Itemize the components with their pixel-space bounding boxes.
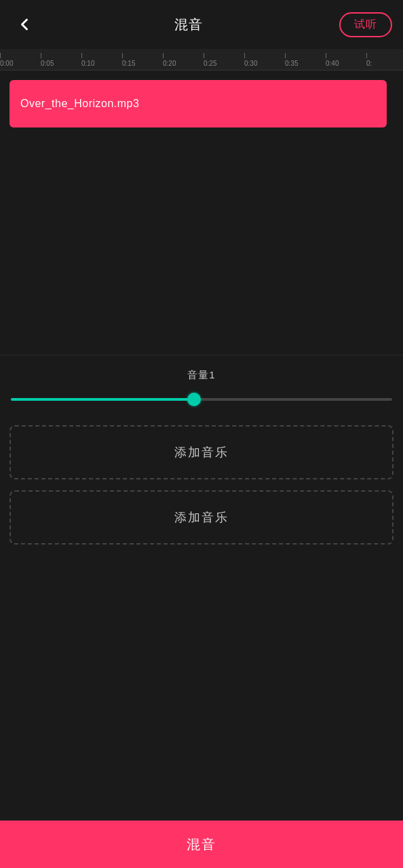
slider-thumb[interactable] xyxy=(187,393,201,406)
app-header: 混音 试听 xyxy=(0,0,403,49)
ruler-mark-4: 0:20 xyxy=(163,53,204,67)
ruler-mark-0: 0:00 xyxy=(0,53,41,67)
track-clip-1[interactable]: Over_the_Horizon.mp3 xyxy=(9,80,387,127)
volume-label: 音量1 xyxy=(11,369,392,382)
ruler-inner: 0:00 0:05 0:10 0:15 0:20 0:25 0:30 0:35 … xyxy=(0,49,403,70)
timeline-ruler: 0:00 0:05 0:10 0:15 0:20 0:25 0:30 0:35 … xyxy=(0,49,403,71)
track-area: Over_the_Horizon.mp3 xyxy=(0,71,403,355)
ruler-mark-9: 0: xyxy=(366,53,403,67)
ruler-mark-3: 0:15 xyxy=(122,53,163,67)
back-button[interactable] xyxy=(11,11,38,38)
track-row-1: Over_the_Horizon.mp3 xyxy=(0,76,403,132)
slider-fill xyxy=(11,398,194,401)
ruler-mark-2: 0:10 xyxy=(81,53,122,67)
ruler-mark-1: 0:05 xyxy=(41,53,81,67)
volume-slider[interactable] xyxy=(11,391,392,408)
ruler-mark-6: 0:30 xyxy=(244,53,285,67)
ruler-mark-7: 0:35 xyxy=(285,53,326,67)
ruler-mark-8: 0:40 xyxy=(326,53,366,67)
mix-action-label: 混音 xyxy=(187,835,216,854)
preview-button[interactable]: 试听 xyxy=(339,12,392,37)
page-title: 混音 xyxy=(174,16,203,34)
volume-section: 音量1 xyxy=(0,355,403,418)
mix-action-bar[interactable]: 混音 xyxy=(0,821,403,868)
track-clip-label-1: Over_the_Horizon.mp3 xyxy=(20,98,139,110)
slider-track xyxy=(11,398,392,401)
add-music-button-2[interactable]: 添加音乐 xyxy=(9,490,394,545)
ruler-mark-5: 0:25 xyxy=(204,53,244,67)
add-music-button-1[interactable]: 添加音乐 xyxy=(9,425,394,479)
add-music-section: 添加音乐 添加音乐 xyxy=(0,418,403,562)
